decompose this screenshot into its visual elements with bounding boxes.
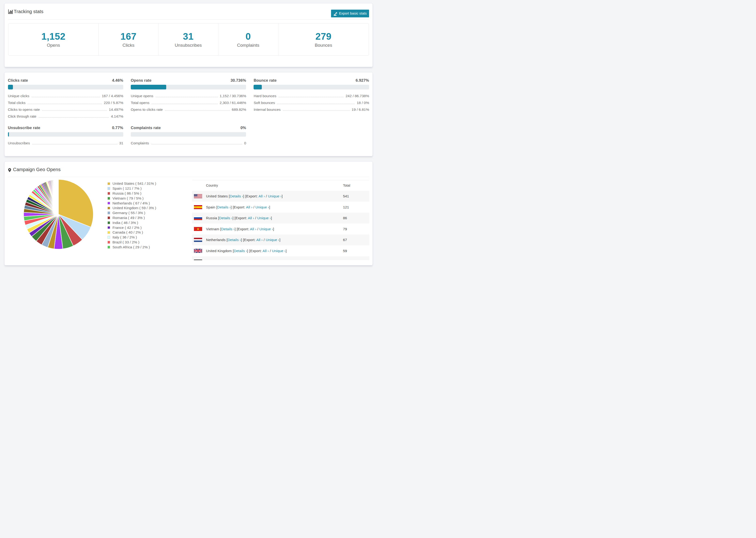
chevron-right-icon: › [229, 205, 231, 209]
geo-pie-chart[interactable] [23, 179, 94, 249]
stat-clicks: 167Clicks [98, 24, 158, 55]
details-link[interactable]: Details › [217, 205, 231, 209]
country-table-header-flag-spacer [192, 180, 206, 191]
chevron-right-icon: › [270, 216, 271, 220]
legend-item: Brazil ( 33 / 2% ) [108, 240, 156, 245]
rate-progress-fill [8, 132, 9, 137]
country-total: 79 [343, 224, 369, 235]
legend-label: South Africa ( 29 / 2% ) [112, 245, 150, 249]
stat-value: 31 [183, 31, 194, 42]
legend-label: Netherlands ( 67 / 4% ) [112, 201, 150, 205]
flag-cell [192, 202, 206, 213]
country-cell: United States [Details ›] [Export: All ›… [206, 191, 343, 202]
total-column-header: Total [343, 180, 369, 191]
tracking-card-title: Tracking stats [14, 9, 44, 14]
legend-item: Vietnam ( 79 / 5% ) [108, 196, 156, 201]
legend-item: United Kingdom ( 59 / 3% ) [108, 206, 156, 211]
legend-swatch [108, 231, 110, 234]
rate-row: Total clicks220 / 5.87% [8, 101, 123, 108]
country-row-us: United States [Details ›] [Export: All ›… [192, 191, 369, 202]
export-all-link[interactable]: All › [246, 205, 252, 209]
legend-swatch [108, 236, 110, 239]
country-name: Netherlands [206, 238, 227, 242]
rates-card: Clicks rate4.46%Unique clicks167 / 4.456… [4, 72, 373, 156]
rate-row-label: Clicks to opens rate [8, 108, 40, 112]
flag-gb-icon [194, 249, 202, 253]
details-link[interactable]: Details › [228, 238, 241, 242]
rate-row-label: Complaints [131, 141, 149, 145]
rate-row-value: 689.82% [232, 108, 246, 112]
export-all-link[interactable]: All › [248, 216, 254, 220]
rate-row-value: 31 [119, 141, 123, 145]
stat-opens: 1,152Opens [9, 24, 99, 55]
rate-row-label: Unique opens [131, 94, 153, 98]
flag-cell [192, 213, 206, 224]
rate-row-value: 18 / 0% [357, 101, 369, 105]
country-row-de: Germany [Details ›] [Export: All › / Uni… [192, 256, 369, 260]
export-button-label: Export basic stats [339, 12, 367, 15]
flag-nl-icon [194, 238, 202, 242]
country-row-gb: United Kingdom [Details ›] [Export: All … [192, 245, 369, 256]
export-unique-link[interactable]: Unique › [259, 227, 273, 231]
legend-item: Canada ( 40 / 2% ) [108, 230, 156, 235]
dotted-leader [32, 144, 117, 144]
details-link[interactable]: Details › [234, 249, 247, 253]
legend-label: Spain ( 121 / 7% ) [112, 187, 141, 190]
export-all-link[interactable]: All › [250, 227, 256, 231]
rate-row-label: Unique clicks [8, 94, 29, 98]
export-all-link[interactable]: All › [258, 194, 265, 198]
legend-item: South Africa ( 29 / 2% ) [108, 244, 156, 249]
rate-row: Total opens2,303 / 61.446% [131, 101, 246, 108]
rate-row: Unique opens1,152 / 30.736% [131, 94, 246, 101]
export-basic-stats-button[interactable]: Export basic stats [331, 10, 369, 17]
legend-item: India ( 46 / 3% ) [108, 220, 156, 225]
legend-label: Romania ( 49 / 3% ) [112, 216, 145, 220]
details-link[interactable]: Details › [230, 194, 243, 198]
export-unique-link[interactable]: Unique › [255, 205, 269, 209]
rate-row: Unique clicks167 / 4.456% [8, 94, 123, 101]
details-link[interactable]: Details › [221, 227, 235, 231]
dotted-leader [28, 104, 102, 104]
dotted-leader [39, 117, 109, 118]
legend-item: Romania ( 49 / 3% ) [108, 215, 156, 220]
rate-row-label: Total opens [131, 101, 149, 105]
pie-legend: United States ( 541 / 31% )Spain ( 121 /… [108, 181, 156, 249]
flag-cell [192, 256, 206, 260]
legend-item: Russia ( 86 / 5% ) [108, 191, 156, 196]
rate-row: Internal bounces19 / 6.81% [253, 108, 369, 114]
rate-row-label: Hard bounces [253, 94, 276, 98]
export-unique-link[interactable]: Unique › [268, 194, 282, 198]
export-all-link[interactable]: All › [256, 238, 263, 242]
tracking-card-header: Tracking stats Export basic stats [8, 3, 369, 20]
chevron-right-icon: › [280, 194, 282, 198]
flag-es-icon [194, 205, 202, 209]
dotted-leader [151, 144, 242, 144]
stat-label: Bounces [315, 43, 332, 48]
rate-block-opens-rate: Opens rate30.736%Unique opens1,152 / 30.… [131, 78, 246, 121]
rate-row: Opens to clicks rate689.82% [131, 108, 246, 114]
country-name: United States [206, 194, 229, 198]
export-unique-link[interactable]: Unique › [266, 238, 279, 242]
export-all-link[interactable]: All › [262, 249, 269, 253]
rate-row-value: 242 / 86.738% [346, 94, 369, 98]
geo-card-title: Campaign Geo Opens [13, 167, 61, 172]
rate-row: Hard bounces242 / 86.738% [253, 94, 369, 101]
legend-item: Netherlands ( 67 / 4% ) [108, 201, 156, 206]
rate-row: Unsubscribes31 [8, 141, 123, 148]
chevron-right-icon: › [261, 238, 262, 242]
stat-label: Clicks [123, 43, 135, 48]
details-link[interactable]: Details › [219, 216, 233, 220]
flag-cell [192, 224, 206, 235]
export-unique-link[interactable]: Unique › [257, 216, 271, 220]
legend-swatch [108, 183, 110, 185]
rate-row-value: 220 / 5.87% [104, 101, 123, 105]
rate-progress-fill [8, 85, 13, 89]
export-unique-link[interactable]: Unique › [272, 249, 286, 253]
legend-label: France ( 42 / 2% ) [112, 226, 141, 230]
flag-cell [192, 191, 206, 202]
stats-summary-row: 1,152Opens167Clicks31Unsubscribes0Compla… [8, 23, 369, 56]
flag-vn-icon [194, 227, 202, 231]
country-table: Country Total United States [Details ›] … [192, 180, 369, 260]
legend-swatch [108, 241, 110, 243]
rate-progress-bar [131, 85, 246, 89]
